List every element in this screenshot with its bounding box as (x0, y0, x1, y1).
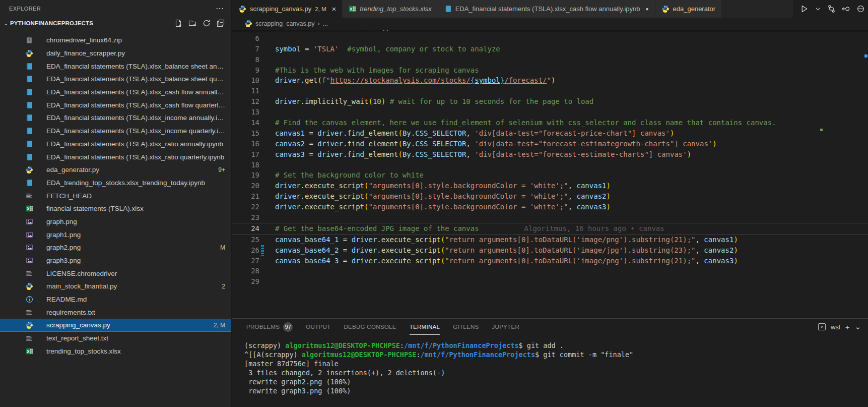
git-status-badge: 2, M (214, 322, 225, 329)
panel-tab-label: DEBUG CONSOLE (344, 324, 396, 330)
file-row[interactable]: Xfinancial statements (TSLA).xlsx (0, 202, 231, 215)
code-line[interactable]: 29 (232, 276, 868, 287)
code-line[interactable]: 12driver.implicitly_wait(10) # wait for … (232, 96, 868, 107)
code-line[interactable]: 10driver.get(f"https://stockanalysis.com… (232, 75, 868, 86)
code-line[interactable]: 6 (232, 33, 868, 44)
panel-tab-jupyter[interactable]: JUPYTER (492, 319, 519, 335)
code-line[interactable]: 14# Find the canvas element, here we use… (232, 118, 868, 128)
line-number: 19 (232, 170, 259, 181)
code-line[interactable]: 17canvas3 = driver.find_element(By.CSS_S… (232, 149, 868, 160)
code-line[interactable]: 9#This is the web with images for scrapi… (232, 65, 868, 76)
workspace-section-header[interactable]: ⌄ PYTHONFINANCEPROJECTS (0, 17, 231, 29)
breadcrumb-file[interactable]: scrapping_canvas.py (255, 20, 314, 27)
file-row[interactable]: EDA_financial statements (TSLA).xlsx_inc… (0, 111, 231, 125)
notebook-file-icon (24, 140, 34, 148)
terminal-output[interactable]: (scrappy) algoritmus12@DESKTOP-PHCHPSE:/… (232, 335, 868, 395)
file-row[interactable]: EDA_financial statements (TSLA).xlsx_inc… (0, 125, 231, 138)
breadcrumb-more[interactable]: ... (323, 20, 328, 27)
code-line[interactable]: 15canvas1 = driver.find_element(By.CSS_S… (232, 128, 868, 139)
new-folder-icon[interactable] (188, 19, 197, 28)
code-line[interactable]: 18 (232, 160, 868, 170)
code-line[interactable]: 5driver = webdriver.Chrome() (232, 30, 868, 33)
code-line[interactable]: 25canvas_base64_1 = driver.execute_scrip… (232, 235, 868, 245)
code-line[interactable]: 19# Set the background color to white (232, 170, 868, 181)
code-line[interactable]: 16canvas2 = driver.find_element(By.CSS_S… (232, 139, 868, 149)
file-row[interactable]: EDA_financial statements (TSLA).xlsx_cas… (0, 86, 231, 99)
terminal-shell-label[interactable]: wsl (831, 323, 840, 331)
file-name: EDA_financial statements (TSLA).xlsx_bal… (46, 75, 225, 83)
gutter-modified-marker (261, 118, 264, 128)
layout-icon[interactable] (856, 5, 865, 13)
code-editor[interactable]: 5driver = webdriver.Chrome()67symbol = '… (232, 30, 868, 318)
code-line[interactable]: 28 (232, 266, 868, 276)
panel-tab-terminal[interactable]: TERMINAL (410, 319, 440, 335)
file-row[interactable]: README.md (0, 293, 231, 306)
file-row[interactable]: eda_generator.py9+ (0, 163, 231, 177)
file-row[interactable]: LICENSE.chromedriver (0, 267, 231, 280)
notebook-icon (444, 5, 452, 13)
file-row[interactable]: daily_finance_scrapper.py (0, 47, 231, 60)
file-row[interactable]: EDA_financial statements (TSLA).xlsx_rat… (0, 150, 231, 163)
code-line[interactable]: 8 (232, 54, 868, 65)
panel-tab-gitlens[interactable]: GITLENS (453, 319, 479, 335)
file-row[interactable]: main_stock_finantial.py2 (0, 280, 231, 293)
collapse-all-icon[interactable] (216, 19, 225, 28)
compare-changes-icon[interactable] (827, 5, 836, 13)
file-row[interactable]: EDA_trending_top_stocks.xlsx_trending_to… (0, 177, 231, 190)
code-line[interactable]: 13 (232, 107, 868, 118)
editor-tab[interactable]: EDA_financial statements (TSLA).xlsx_cas… (438, 0, 655, 18)
panel-controls: > wsl + ⌄ (818, 319, 861, 335)
file-row[interactable]: EDA_financial statements (TSLA).xlsx_cas… (0, 98, 231, 111)
breadcrumb-separator: › (317, 20, 319, 27)
line-number: 13 (232, 107, 259, 118)
editor-tab[interactable]: eda_generator (655, 0, 722, 18)
close-tab-icon[interactable]: × (332, 5, 337, 13)
code-line[interactable]: 21driver.execute_script("arguments[0].st… (232, 191, 868, 202)
code-text: canvas_base64_2 = driver.execute_script(… (275, 245, 868, 256)
file-row[interactable]: FETCH_HEAD (0, 189, 231, 202)
new-file-icon[interactable] (174, 19, 183, 28)
gutter-modified-marker (261, 235, 264, 245)
file-name: daily_finance_scrapper.py (46, 49, 225, 57)
run-icon[interactable] (800, 5, 809, 13)
file-row[interactable]: EDA_financial statements (TSLA).xlsx_rat… (0, 138, 231, 151)
file-row[interactable]: graph3.png (0, 254, 231, 267)
code-line[interactable]: 7symbol = 'TSLA' #symbol, company or sto… (232, 44, 868, 54)
panel-tab-problems[interactable]: PROBLEMS97 (246, 319, 293, 335)
chevron-down-icon[interactable] (815, 6, 821, 12)
breadcrumb[interactable]: scrapping_canvas.py › ... (232, 18, 868, 30)
gutter-modified-marker (261, 86, 264, 96)
code-line[interactable]: 26canvas_base64_2 = driver.execute_scrip… (232, 245, 868, 256)
panel-tab-output[interactable]: OUTPUT (306, 319, 330, 335)
line-number: 27 (232, 256, 259, 266)
code-line[interactable]: 22driver.execute_script("arguments[0].st… (232, 202, 868, 212)
editor-tab[interactable]: scrapping_canvas.py2, M× (232, 0, 343, 18)
refresh-icon[interactable] (202, 19, 211, 28)
problems-count-badge: 97 (283, 322, 293, 332)
file-row[interactable]: EDA_financial statements (TSLA).xlsx_bal… (0, 60, 231, 73)
notebook-file-icon (24, 179, 34, 187)
editor-actions (793, 0, 868, 18)
code-line[interactable]: 24# Get the base64-encoded JPG image of … (232, 223, 868, 235)
file-row[interactable]: graph1.png (0, 228, 231, 241)
file-row[interactable]: EDA_financial statements (TSLA).xlsx_bal… (0, 73, 231, 86)
open-changes-icon[interactable] (842, 5, 850, 13)
file-row[interactable]: Xtrending_top_stocks.xlsx (0, 345, 231, 358)
file-row[interactable]: text_report_sheet.txt (0, 332, 231, 345)
code-line[interactable]: 27canvas_base64_3 = driver.execute_scrip… (232, 256, 868, 266)
code-line[interactable]: 20driver.execute_script("arguments[0].st… (232, 181, 868, 191)
code-line[interactable]: 11 (232, 86, 868, 96)
file-row[interactable]: scrapping_canvas.py2, M (0, 319, 231, 332)
more-actions-icon[interactable]: ⋯ (216, 6, 224, 11)
file-row[interactable]: chromedriver_linux64.zip (0, 34, 231, 47)
terminal-dropdown-icon[interactable]: ⌄ (854, 322, 861, 331)
file-row[interactable]: graph.png (0, 215, 231, 228)
panel-tab-debug-console[interactable]: DEBUG CONSOLE (344, 319, 396, 335)
new-terminal-button[interactable]: + (845, 323, 850, 331)
file-row[interactable]: requirements.txt (0, 306, 231, 319)
editor-tab[interactable]: Xtrending_top_stocks.xlsx (343, 0, 438, 18)
gutter-modified-marker (261, 256, 264, 266)
file-row[interactable]: graph2.pngM (0, 241, 231, 254)
line-number: 24 (232, 223, 259, 234)
code-line[interactable]: 23 (232, 212, 868, 223)
